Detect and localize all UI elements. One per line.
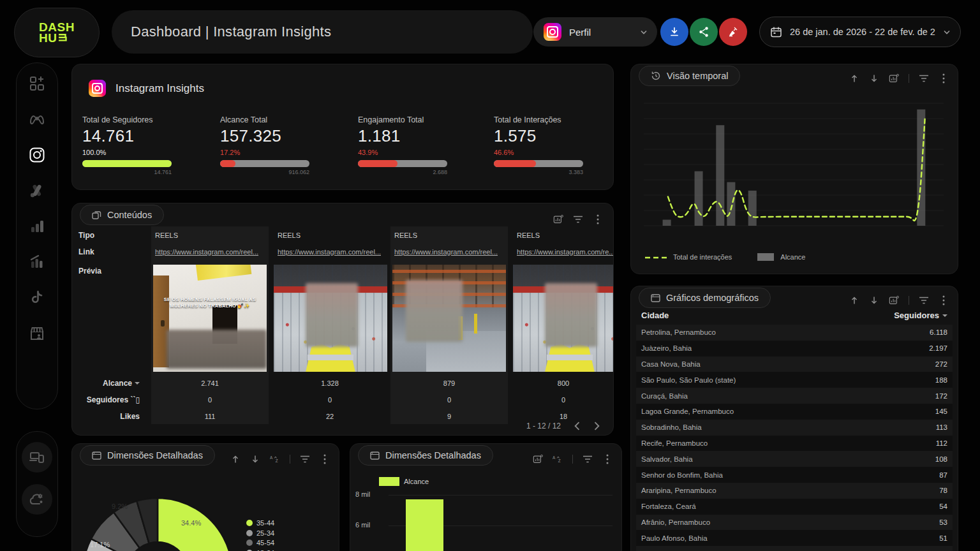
reel-link[interactable]: https://www.instagram.com/reel... — [390, 246, 503, 258]
followers-count: 145 — [935, 408, 947, 415]
reel-preview-thumbnail[interactable]: SE OS HOMENS FALASSEM IGUAL AS MULHERES … — [153, 265, 267, 372]
reel-link[interactable]: https://www.instagram.com/reel... — [151, 246, 264, 258]
sidebar-item-tiktok[interactable] — [22, 283, 52, 313]
metric-label: Total de Interações — [494, 115, 596, 124]
chart-config-icon[interactable] — [889, 73, 899, 84]
city-name: São Paulo, São Paulo (state) — [641, 376, 736, 384]
followers-count: 78 — [939, 487, 947, 494]
profile-label: Perfil — [569, 27, 633, 38]
demographics-row: Curaçá, Bahia172 — [636, 388, 953, 404]
reel-link[interactable]: https://www.instagram.com/re... — [513, 246, 614, 258]
reel-alcance-value: 1.328 — [274, 377, 386, 390]
metric-percent: 46.6% — [494, 149, 596, 156]
kebab-menu-icon[interactable] — [939, 73, 949, 84]
column-header-cidade: Cidade — [636, 311, 669, 320]
svg-text:Z: Z — [558, 459, 561, 463]
kebab-menu-icon[interactable] — [602, 454, 612, 464]
chart-config-icon[interactable] — [889, 295, 899, 305]
sort-desc-icon[interactable] — [250, 454, 260, 464]
alcance-swatch — [379, 477, 399, 486]
followers-count: 112 — [936, 439, 947, 447]
column-header-seguidores[interactable]: Seguidores — [894, 311, 953, 320]
reel-preview-thumbnail[interactable] — [392, 265, 506, 372]
sidebar-item-search-console[interactable] — [22, 247, 52, 277]
metric-label: Alcance Total — [220, 115, 322, 124]
kebab-menu-icon[interactable] — [593, 214, 603, 224]
demographics-row: São Paulo, São Paulo (state)188 — [636, 372, 953, 388]
legend-dash-swatch — [645, 253, 667, 261]
share-button[interactable] — [690, 18, 718, 46]
row-label-previa: Prévia — [78, 265, 140, 277]
metric-percent: 43.9% — [358, 149, 460, 156]
demographics-row: Paulo Afonso, Bahia51 — [636, 530, 953, 546]
filter-icon[interactable] — [573, 214, 583, 224]
row-label-link: Link — [78, 246, 140, 258]
profile-selector[interactable]: Perfil — [533, 17, 657, 47]
demograficos-tab: Gráficos demográficos — [639, 288, 771, 308]
demographics-row: Salvador, Bahia108 — [636, 451, 953, 467]
analytics-icon — [29, 218, 45, 235]
sidebar-item-devices[interactable] — [22, 442, 52, 473]
demographics-row: Araripina, Pernambuco78 — [636, 483, 953, 499]
city-name: Recife, Pernambuco — [641, 439, 708, 447]
filter-icon[interactable] — [583, 454, 593, 464]
chevron-down-icon — [944, 30, 950, 34]
panel-icon — [92, 451, 101, 460]
sidebar-item-apps[interactable] — [22, 68, 52, 99]
age-donut-chart — [72, 469, 257, 551]
metric-target: 3.383 — [494, 169, 583, 175]
sort-asc-icon[interactable] — [230, 454, 241, 464]
city-name: Lagoa Grande, Pernambuco — [641, 408, 734, 415]
download-button[interactable] — [660, 18, 688, 46]
filter-icon[interactable] — [919, 295, 929, 305]
age-legend-item: 25-34 — [246, 529, 274, 537]
reel-preview-thumbnail[interactable] — [513, 265, 614, 372]
sort-asc-icon[interactable] — [849, 73, 859, 84]
search-console-icon — [29, 254, 45, 270]
sidebar-item-analytics[interactable] — [22, 211, 52, 242]
filter-icon[interactable] — [300, 454, 310, 464]
sidebar-item-google-ads[interactable] — [22, 175, 52, 206]
cloud-settings-icon — [29, 491, 45, 508]
chart-config-icon[interactable] — [553, 214, 563, 224]
clear-button[interactable] — [719, 18, 747, 46]
sidebar-item-meta[interactable] — [22, 104, 52, 135]
chart-config-icon[interactable] — [533, 454, 543, 464]
sidebar-item-instagram[interactable] — [22, 140, 52, 170]
reel-seguidores-value: 0 — [151, 393, 269, 406]
date-range-picker[interactable]: 26 de jan. de 2026 - 22 de fev. de 2 — [759, 17, 961, 47]
reel-preview-thumbnail[interactable] — [274, 265, 387, 372]
page-next-icon[interactable] — [593, 422, 602, 430]
reel-column: REELShttps://www.instagram.com/reel...1.… — [274, 226, 386, 424]
age-range-label: 25-34 — [256, 529, 274, 537]
sort-az-icon[interactable]: AZ — [553, 454, 563, 464]
city-name: Fortaleza, Ceará — [641, 503, 696, 510]
metric-value: 1.575 — [494, 126, 596, 146]
dimensoes-idade-card: Dimensões Detalhadas AZ 34.4%17.1%9.2% 3… — [71, 443, 339, 551]
sort-desc-icon[interactable] — [869, 73, 879, 84]
blurred-region — [545, 283, 597, 348]
age-range-label: 35-44 — [256, 519, 274, 527]
city-name: Curaçá, Bahia — [641, 392, 688, 400]
reel-link[interactable]: https://www.instagram.com/reel... — [274, 246, 386, 258]
filter-icon[interactable] — [919, 73, 929, 84]
sidebar-item-business[interactable] — [22, 318, 52, 349]
row-label-likes: Likes — [78, 410, 140, 423]
sort-asc-icon[interactable] — [849, 295, 859, 305]
sidebar-item-cloud-settings[interactable] — [22, 484, 52, 515]
row-label-alcance[interactable]: Alcance — [78, 377, 140, 390]
city-name: Paulo Afonso, Bahia — [641, 534, 708, 542]
svg-text:A: A — [270, 455, 273, 460]
dashhub-logo[interactable]: DASH HU — [14, 8, 100, 57]
page-prev-icon[interactable] — [572, 422, 581, 430]
age-legend-item: 35-44 — [246, 519, 274, 527]
metric-percent: 100.0% — [82, 149, 184, 156]
sort-desc-icon[interactable] — [869, 295, 879, 305]
metric-target: 2.688 — [358, 169, 447, 175]
chevron-down-icon — [641, 30, 647, 34]
metric-label: Total de Seguidores — [82, 115, 184, 124]
sort-az-icon[interactable]: AZ — [270, 454, 280, 464]
kebab-menu-icon[interactable] — [320, 454, 330, 464]
kebab-menu-icon[interactable] — [939, 295, 949, 305]
reel-likes-value: 9 — [390, 410, 508, 423]
